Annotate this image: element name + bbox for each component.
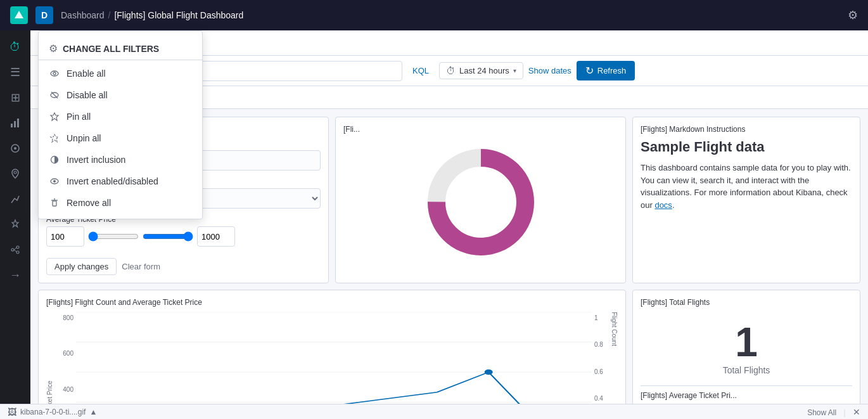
svg-rect-1: [14, 121, 16, 127]
status-bar: 🖼 kibana-7-0-0-ti....gif ▲ Show All | ✕: [0, 404, 868, 419]
donut-svg: [424, 145, 538, 259]
svg-point-7: [16, 246, 19, 248]
flight-count-title: [Flights] Flight Count and Average Ticke…: [46, 298, 618, 307]
sidebar: ⏱ ☰ ⊞ →: [0, 30, 30, 419]
enable-all-item[interactable]: Enable all: [39, 63, 202, 84]
invert-inclusion-label: Invert inclusion: [67, 155, 125, 165]
enable-all-label: Enable all: [67, 68, 106, 79]
breadcrumb-sep: /: [108, 10, 111, 20]
svg-rect-26: [53, 201, 56, 206]
svg-point-8: [16, 251, 19, 254]
refresh-icon: ↻: [585, 65, 594, 77]
pin-all-item[interactable]: Pin all: [39, 106, 202, 127]
svg-point-25: [53, 180, 56, 183]
invert-enabled-item[interactable]: Invert enabled/disabled: [39, 171, 202, 192]
total-flights-number: 1: [735, 322, 758, 363]
pin-icon: [49, 111, 60, 122]
user-avatar[interactable]: D: [35, 6, 53, 24]
breadcrumb: Dashboard / [Flights] Global Flight Dash…: [61, 10, 840, 20]
time-range-selector[interactable]: ⏱ Last 24 hours ▾: [439, 62, 523, 79]
app-logo: [10, 6, 28, 24]
eye-icon: [49, 68, 60, 79]
sidebar-item-dashboard[interactable]: ⊞: [4, 86, 27, 109]
flights-donut-panel: [Fli...: [335, 117, 626, 283]
time-text: Last 24 hours: [459, 66, 509, 75]
top-bar: D Dashboard / [Flights] Global Flight Da…: [0, 0, 868, 30]
svg-point-20: [53, 72, 56, 75]
pin-all-label: Pin all: [67, 112, 91, 122]
sidebar-item-home[interactable]: ☰: [4, 61, 27, 84]
show-all-button[interactable]: Show All: [807, 408, 836, 417]
eye-invert-icon: [49, 176, 60, 187]
docs-link[interactable]: docs: [654, 200, 672, 210]
sidebar-item-lens[interactable]: [4, 188, 27, 210]
refresh-button[interactable]: ↻ Refresh: [577, 61, 635, 81]
total-flights-label: Total Flights: [723, 365, 770, 375]
status-bar-right: Show All | ✕: [807, 407, 860, 417]
disable-all-label: Disable all: [67, 90, 108, 100]
svg-point-4: [14, 147, 16, 150]
close-status-button[interactable]: ✕: [853, 407, 860, 417]
breadcrumb-dashboard[interactable]: Dashboard: [61, 10, 105, 20]
y-axis-right-label: Flight Count: [611, 312, 618, 404]
total-flights-panel: [Flights] Total Flights 1 Total Flights …: [632, 290, 860, 404]
range-min-slider[interactable]: [88, 231, 139, 242]
apply-changes-button[interactable]: Apply changes: [46, 258, 117, 275]
svg-point-5: [14, 171, 16, 174]
chevron-up-icon[interactable]: ▲: [89, 408, 97, 416]
markdown-body: This dashboard contains sample data for …: [641, 162, 852, 211]
svg-line-9: [14, 248, 16, 250]
filename-text: kibana-7-0-0-ti....gif: [20, 408, 86, 416]
svg-point-19: [51, 71, 58, 76]
sidebar-item-visualize[interactable]: [4, 112, 27, 134]
markdown-panel-title: [Flights] Markdown Instructions: [641, 125, 852, 134]
gear-icon: ⚙: [49, 42, 58, 55]
svg-rect-2: [17, 119, 19, 127]
slash-eye-icon: [49, 89, 60, 101]
avg-ticket-title: [Flights] Average Ticket Pri...: [641, 391, 852, 400]
donut-chart: [343, 139, 618, 266]
sidebar-item-collapse[interactable]: →: [4, 264, 27, 287]
sidebar-item-alerts[interactable]: [4, 213, 27, 236]
y-axis-left-label: Average Ticket Price: [46, 312, 53, 404]
svg-point-6: [11, 248, 14, 251]
y-axis-right: 1 0.8 0.6 0.4 0.2: [592, 312, 610, 404]
time-icon: ⏱: [446, 65, 456, 76]
markdown-panel: [Flights] Markdown Instructions Sample F…: [632, 117, 860, 283]
sidebar-item-clock[interactable]: ⏱: [4, 35, 27, 58]
svg-point-18: [485, 370, 493, 375]
range-max-slider[interactable]: [143, 231, 193, 242]
dropdown-header: ⚙ CHANGE ALL FILTERS: [39, 36, 202, 60]
sidebar-item-discover[interactable]: [4, 137, 27, 160]
invert-inclusion-item[interactable]: Invert inclusion: [39, 149, 202, 171]
range-min-input[interactable]: [46, 226, 84, 247]
sidebar-item-ml[interactable]: [4, 238, 27, 261]
settings-icon[interactable]: ⚙: [848, 8, 858, 22]
show-dates-button[interactable]: Show dates: [528, 66, 571, 75]
range-max-input[interactable]: [197, 226, 235, 247]
total-flights-title: [Flights] Total Flights: [641, 298, 852, 307]
trash-icon: [49, 197, 60, 209]
file-icon: 🖼: [8, 407, 16, 417]
clear-form-button[interactable]: Clear form: [122, 262, 160, 271]
flight-count-panel: [Flights] Flight Count and Average Ticke…: [38, 290, 626, 404]
change-all-filters-dropdown: ⚙ CHANGE ALL FILTERS Enable all Disable …: [38, 30, 203, 219]
flight-count-chart-svg: [76, 312, 592, 404]
kql-button[interactable]: KQL: [407, 63, 434, 78]
flights-donut-title: [Fli...: [343, 125, 618, 134]
refresh-label: Refresh: [597, 66, 627, 75]
status-bar-file: 🖼 kibana-7-0-0-ti....gif ▲: [8, 407, 97, 417]
breadcrumb-current: [Flights] Global Flight Dashboard: [114, 10, 243, 20]
remove-all-label: Remove all: [67, 198, 111, 208]
unpin-all-label: Unpin all: [67, 133, 101, 143]
half-circle-icon: [49, 154, 60, 165]
sidebar-item-maps[interactable]: [4, 162, 27, 185]
unpin-icon: [49, 132, 60, 144]
invert-enabled-label: Invert enabled/disabled: [67, 176, 158, 186]
dropdown-header-text: CHANGE ALL FILTERS: [63, 44, 159, 54]
markdown-heading: Sample Flight data: [641, 139, 852, 155]
remove-all-item[interactable]: Remove all: [39, 192, 202, 214]
svg-line-10: [14, 250, 16, 252]
unpin-all-item[interactable]: Unpin all: [39, 127, 202, 149]
disable-all-item[interactable]: Disable all: [39, 84, 202, 106]
